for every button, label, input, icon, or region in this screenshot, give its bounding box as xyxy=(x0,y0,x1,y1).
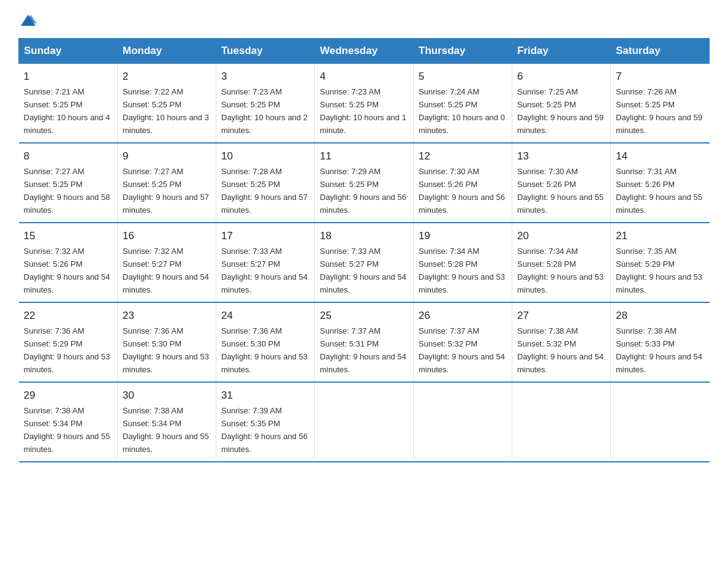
day-number: 11 xyxy=(320,148,408,164)
day-number: 24 xyxy=(221,308,309,324)
day-number: 19 xyxy=(419,228,507,244)
day-number: 1 xyxy=(24,69,113,85)
day-info: Sunrise: 7:24 AMSunset: 5:25 PMDaylight:… xyxy=(419,87,505,135)
weekday-header-wednesday: Wednesday xyxy=(315,39,414,64)
day-info: Sunrise: 7:23 AMSunset: 5:25 PMDaylight:… xyxy=(320,87,406,135)
day-info: Sunrise: 7:28 AMSunset: 5:25 PMDaylight:… xyxy=(221,167,308,215)
day-info: Sunrise: 7:35 AMSunset: 5:29 PMDaylight:… xyxy=(616,247,702,294)
calendar-cell: 10Sunrise: 7:28 AMSunset: 5:25 PMDayligh… xyxy=(216,143,315,223)
day-info: Sunrise: 7:29 AMSunset: 5:25 PMDaylight:… xyxy=(320,167,406,215)
day-number: 12 xyxy=(419,148,507,164)
day-number: 28 xyxy=(616,308,705,324)
day-info: Sunrise: 7:38 AMSunset: 5:34 PMDaylight:… xyxy=(123,406,209,454)
day-info: Sunrise: 7:31 AMSunset: 5:26 PMDaylight:… xyxy=(616,167,702,215)
calendar-cell: 23Sunrise: 7:36 AMSunset: 5:30 PMDayligh… xyxy=(118,302,216,382)
weekday-header-monday: Monday xyxy=(118,39,216,64)
day-info: Sunrise: 7:39 AMSunset: 5:35 PMDaylight:… xyxy=(221,406,308,454)
calendar-week-row: 8Sunrise: 7:27 AMSunset: 5:25 PMDaylight… xyxy=(19,143,710,223)
calendar-cell: 30Sunrise: 7:38 AMSunset: 5:34 PMDayligh… xyxy=(118,382,216,462)
calendar-cell: 1Sunrise: 7:21 AMSunset: 5:25 PMDaylight… xyxy=(19,64,118,144)
day-number: 25 xyxy=(320,308,408,324)
calendar-cell: 8Sunrise: 7:27 AMSunset: 5:25 PMDaylight… xyxy=(19,143,118,223)
day-number: 18 xyxy=(320,228,408,244)
calendar-cell: 13Sunrise: 7:30 AMSunset: 5:26 PMDayligh… xyxy=(512,143,611,223)
calendar-cell: 11Sunrise: 7:29 AMSunset: 5:25 PMDayligh… xyxy=(315,143,414,223)
day-info: Sunrise: 7:23 AMSunset: 5:25 PMDaylight:… xyxy=(221,87,308,135)
calendar-cell: 21Sunrise: 7:35 AMSunset: 5:29 PMDayligh… xyxy=(611,223,710,302)
day-number: 7 xyxy=(616,69,705,85)
day-number: 15 xyxy=(24,228,113,244)
day-info: Sunrise: 7:27 AMSunset: 5:25 PMDaylight:… xyxy=(24,167,110,215)
calendar-table: SundayMondayTuesdayWednesdayThursdayFrid… xyxy=(18,38,710,462)
day-info: Sunrise: 7:34 AMSunset: 5:28 PMDaylight:… xyxy=(517,247,604,294)
day-info: Sunrise: 7:30 AMSunset: 5:26 PMDaylight:… xyxy=(419,167,505,215)
day-info: Sunrise: 7:38 AMSunset: 5:32 PMDaylight:… xyxy=(517,326,604,374)
day-number: 14 xyxy=(616,148,705,164)
day-info: Sunrise: 7:38 AMSunset: 5:33 PMDaylight:… xyxy=(616,326,702,374)
calendar-cell: 16Sunrise: 7:32 AMSunset: 5:27 PMDayligh… xyxy=(118,223,216,302)
calendar-week-row: 15Sunrise: 7:32 AMSunset: 5:26 PMDayligh… xyxy=(19,223,710,302)
weekday-header-saturday: Saturday xyxy=(611,39,710,64)
day-number: 3 xyxy=(221,69,309,85)
day-number: 26 xyxy=(419,308,507,324)
day-info: Sunrise: 7:36 AMSunset: 5:30 PMDaylight:… xyxy=(123,326,209,374)
weekday-header-tuesday: Tuesday xyxy=(216,39,315,64)
day-number: 6 xyxy=(517,69,605,85)
day-number: 16 xyxy=(123,228,211,244)
calendar-cell: 12Sunrise: 7:30 AMSunset: 5:26 PMDayligh… xyxy=(414,143,512,223)
calendar-cell: 19Sunrise: 7:34 AMSunset: 5:28 PMDayligh… xyxy=(414,223,512,302)
day-number: 29 xyxy=(24,388,113,404)
calendar-cell: 7Sunrise: 7:26 AMSunset: 5:25 PMDaylight… xyxy=(611,64,710,144)
day-info: Sunrise: 7:33 AMSunset: 5:27 PMDaylight:… xyxy=(320,247,406,294)
calendar-cell: 27Sunrise: 7:38 AMSunset: 5:32 PMDayligh… xyxy=(512,302,611,382)
day-number: 4 xyxy=(320,69,408,85)
calendar-cell: 31Sunrise: 7:39 AMSunset: 5:35 PMDayligh… xyxy=(216,382,315,462)
calendar-cell: 9Sunrise: 7:27 AMSunset: 5:25 PMDaylight… xyxy=(118,143,216,223)
day-number: 30 xyxy=(123,388,211,404)
calendar-cell xyxy=(611,382,710,462)
calendar-cell: 28Sunrise: 7:38 AMSunset: 5:33 PMDayligh… xyxy=(611,302,710,382)
day-number: 20 xyxy=(517,228,605,244)
day-info: Sunrise: 7:32 AMSunset: 5:26 PMDaylight:… xyxy=(24,247,110,294)
calendar-cell: 14Sunrise: 7:31 AMSunset: 5:26 PMDayligh… xyxy=(611,143,710,223)
calendar-cell: 6Sunrise: 7:25 AMSunset: 5:25 PMDaylight… xyxy=(512,64,611,144)
weekday-header-friday: Friday xyxy=(512,39,611,64)
calendar-cell: 2Sunrise: 7:22 AMSunset: 5:25 PMDaylight… xyxy=(118,64,216,144)
day-info: Sunrise: 7:25 AMSunset: 5:25 PMDaylight:… xyxy=(517,87,604,135)
calendar-week-row: 29Sunrise: 7:38 AMSunset: 5:34 PMDayligh… xyxy=(19,382,710,462)
day-info: Sunrise: 7:36 AMSunset: 5:30 PMDaylight:… xyxy=(221,326,308,374)
day-number: 2 xyxy=(123,69,211,85)
day-number: 23 xyxy=(123,308,211,324)
calendar-cell: 24Sunrise: 7:36 AMSunset: 5:30 PMDayligh… xyxy=(216,302,315,382)
day-info: Sunrise: 7:38 AMSunset: 5:34 PMDaylight:… xyxy=(24,406,110,454)
day-info: Sunrise: 7:33 AMSunset: 5:27 PMDaylight:… xyxy=(221,247,308,294)
calendar-cell: 15Sunrise: 7:32 AMSunset: 5:26 PMDayligh… xyxy=(19,223,118,302)
calendar-cell: 29Sunrise: 7:38 AMSunset: 5:34 PMDayligh… xyxy=(19,382,118,462)
day-number: 17 xyxy=(221,228,309,244)
day-number: 8 xyxy=(24,148,113,164)
calendar-cell: 5Sunrise: 7:24 AMSunset: 5:25 PMDaylight… xyxy=(414,64,512,144)
calendar-cell xyxy=(512,382,611,462)
calendar-week-row: 22Sunrise: 7:36 AMSunset: 5:29 PMDayligh… xyxy=(19,302,710,382)
day-info: Sunrise: 7:37 AMSunset: 5:32 PMDaylight:… xyxy=(419,326,505,374)
day-number: 13 xyxy=(517,148,605,164)
calendar-cell: 4Sunrise: 7:23 AMSunset: 5:25 PMDaylight… xyxy=(315,64,414,144)
day-number: 27 xyxy=(517,308,605,324)
calendar-cell: 20Sunrise: 7:34 AMSunset: 5:28 PMDayligh… xyxy=(512,223,611,302)
calendar-cell xyxy=(414,382,512,462)
day-info: Sunrise: 7:34 AMSunset: 5:28 PMDaylight:… xyxy=(419,247,505,294)
logo xyxy=(18,12,38,26)
day-info: Sunrise: 7:37 AMSunset: 5:31 PMDaylight:… xyxy=(320,326,406,374)
logo-icon xyxy=(20,12,37,29)
day-info: Sunrise: 7:36 AMSunset: 5:29 PMDaylight:… xyxy=(24,326,110,374)
day-number: 31 xyxy=(221,388,309,404)
weekday-header-row: SundayMondayTuesdayWednesdayThursdayFrid… xyxy=(19,39,710,64)
calendar-cell: 22Sunrise: 7:36 AMSunset: 5:29 PMDayligh… xyxy=(19,302,118,382)
weekday-header-thursday: Thursday xyxy=(414,39,512,64)
day-number: 22 xyxy=(24,308,113,324)
day-number: 5 xyxy=(419,69,507,85)
calendar-cell xyxy=(315,382,414,462)
page-header xyxy=(18,12,710,26)
day-number: 10 xyxy=(221,148,309,164)
day-number: 21 xyxy=(616,228,705,244)
